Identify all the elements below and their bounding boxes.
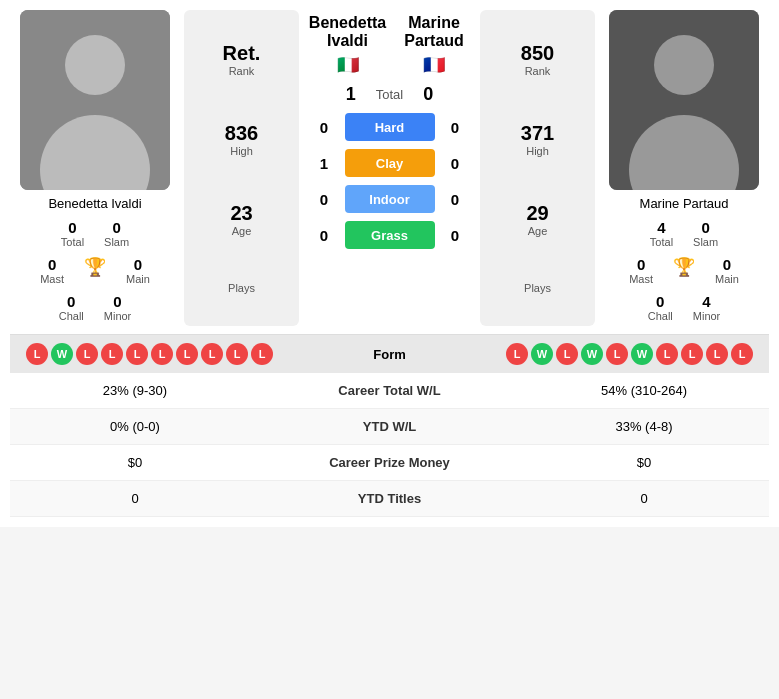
player2-avatar: [609, 10, 759, 190]
player1-chall-label: Chall: [59, 310, 84, 322]
stats-row: 23% (9-30) Career Total W/L 54% (310-264…: [10, 373, 769, 409]
player2-minor-label: Minor: [693, 310, 721, 322]
form-pill-l: L: [656, 343, 678, 365]
player1-high-item: 836 High: [225, 122, 258, 157]
player2-slam: 0: [701, 219, 709, 236]
court-btn-indoor[interactable]: Indoor: [345, 185, 435, 213]
player1-mast-label: Mast: [40, 273, 64, 285]
stats-row: 0% (0-0) YTD W/L 33% (4-8): [10, 409, 769, 445]
player1-form-pills: LWLLLLLLLL: [26, 343, 315, 365]
form-row: LWLLLLLLLL Form LWLWLWLLLL: [10, 335, 769, 373]
player1-main: 0: [134, 256, 142, 273]
player1-flag: 🇮🇹: [337, 54, 359, 76]
stat-p1-2: $0: [10, 445, 260, 481]
player1-rank-value: Ret.: [223, 42, 261, 65]
court-p1-num: 0: [312, 119, 337, 136]
court-p2-num: 0: [443, 227, 468, 244]
stat-label-1: YTD W/L: [260, 409, 519, 445]
court-btn-clay[interactable]: Clay: [345, 149, 435, 177]
svg-point-4: [654, 35, 714, 95]
player1-age-label: Age: [232, 225, 252, 237]
player1-rank-label: Rank: [229, 65, 255, 77]
form-pill-l: L: [101, 343, 123, 365]
form-pill-w: W: [531, 343, 553, 365]
player2-chall: 0: [656, 293, 664, 310]
court-btn-hard[interactable]: Hard: [345, 113, 435, 141]
court-row-clay: 1 Clay 0: [303, 149, 476, 177]
player2-age-label: Age: [528, 225, 548, 237]
player1-mast: 0: [48, 256, 56, 273]
bottom-section: LWLLLLLLLL Form LWLWLWLLLL 23% (9-30) Ca…: [10, 334, 769, 517]
player1-slam: 0: [112, 219, 120, 236]
player1-trophy-icon: 🏆: [84, 256, 106, 278]
player2-high-value: 371: [521, 122, 554, 145]
player2-minor: 4: [702, 293, 710, 310]
court-btn-grass[interactable]: Grass: [345, 221, 435, 249]
form-label: Form: [315, 347, 465, 362]
player1-high-value: 836: [225, 122, 258, 145]
stat-label-2: Career Prize Money: [260, 445, 519, 481]
court-p2-num: 0: [443, 155, 468, 172]
form-pill-l: L: [26, 343, 48, 365]
stat-p1-1: 0% (0-0): [10, 409, 260, 445]
player1-minor-label: Minor: [104, 310, 132, 322]
player2-stats: 4 Total 0 Slam 0 Mast 🏆: [599, 215, 769, 326]
form-pill-l: L: [606, 343, 628, 365]
player2-total: 4: [657, 219, 665, 236]
court-p1-num: 0: [312, 191, 337, 208]
player1-stats: 0 Total 0 Slam 0 Mast 🏆: [10, 215, 180, 326]
stat-p2-3: 0: [519, 481, 769, 517]
form-pill-l: L: [251, 343, 273, 365]
player2-info-panel: 850 Rank 371 High 29 Age Plays: [480, 10, 595, 326]
court-row-hard: 0 Hard 0: [303, 113, 476, 141]
player2-card: Marine Partaud 4 Total 0 Slam 0 Mast: [599, 10, 769, 326]
stat-label-0: Career Total W/L: [260, 373, 519, 409]
player2-age-value: 29: [526, 202, 548, 225]
court-rows: 0 Hard 0 1 Clay 0 0 Indoor 0 0 Grass 0: [303, 113, 476, 249]
player1-main-label: Main: [126, 273, 150, 285]
court-p2-num: 0: [443, 119, 468, 136]
stat-p2-0: 54% (310-264): [519, 373, 769, 409]
stat-p1-3: 0: [10, 481, 260, 517]
player2-chall-label: Chall: [648, 310, 673, 322]
player2-high-item: 371 High: [521, 122, 554, 157]
player1-age-item: 23 Age: [230, 202, 252, 237]
player2-main: 0: [723, 256, 731, 273]
form-pill-l: L: [731, 343, 753, 365]
main-container: Benedetta Ivaldi 0 Total 0 Slam 0 Mast: [0, 0, 779, 527]
player2-mast-label: Mast: [629, 273, 653, 285]
form-pill-l: L: [201, 343, 223, 365]
form-pill-w: W: [581, 343, 603, 365]
p2-total-center: 0: [413, 84, 443, 105]
svg-point-1: [65, 35, 125, 95]
player2-mast: 0: [637, 256, 645, 273]
stat-p2-1: 33% (4-8): [519, 409, 769, 445]
player1-total: 0: [68, 219, 76, 236]
player1-avatar: [20, 10, 170, 190]
player2-rank-item: 850 Rank: [521, 42, 554, 77]
form-pill-l: L: [76, 343, 98, 365]
stats-table: 23% (9-30) Career Total W/L 54% (310-264…: [10, 373, 769, 517]
player1-chall: 0: [67, 293, 75, 310]
player1-minor: 0: [113, 293, 121, 310]
player1-plays-label: Plays: [228, 282, 255, 294]
player2-rank-label: Rank: [525, 65, 551, 77]
player2-flag: 🇫🇷: [423, 54, 445, 76]
player1-card: Benedetta Ivaldi 0 Total 0 Slam 0 Mast: [10, 10, 180, 326]
court-row-grass: 0 Grass 0: [303, 221, 476, 249]
player2-trophy-icon: 🏆: [673, 256, 695, 278]
form-pill-l: L: [126, 343, 148, 365]
player1-age-value: 23: [230, 202, 252, 225]
player1-plays-item: Plays: [228, 282, 255, 294]
form-pill-l: L: [226, 343, 248, 365]
player1-info-panel: Ret. Rank 836 High 23 Age Plays: [184, 10, 299, 326]
player1-rank-item: Ret. Rank: [223, 42, 261, 77]
player1-name: Benedetta Ivaldi: [48, 196, 141, 211]
court-p1-num: 1: [312, 155, 337, 172]
p1-total-center: 1: [336, 84, 366, 105]
player2-rank-value: 850: [521, 42, 554, 65]
stats-row: $0 Career Prize Money $0: [10, 445, 769, 481]
player2-slam-label: Slam: [693, 236, 718, 248]
form-pill-l: L: [681, 343, 703, 365]
stats-row: 0 YTD Titles 0: [10, 481, 769, 517]
